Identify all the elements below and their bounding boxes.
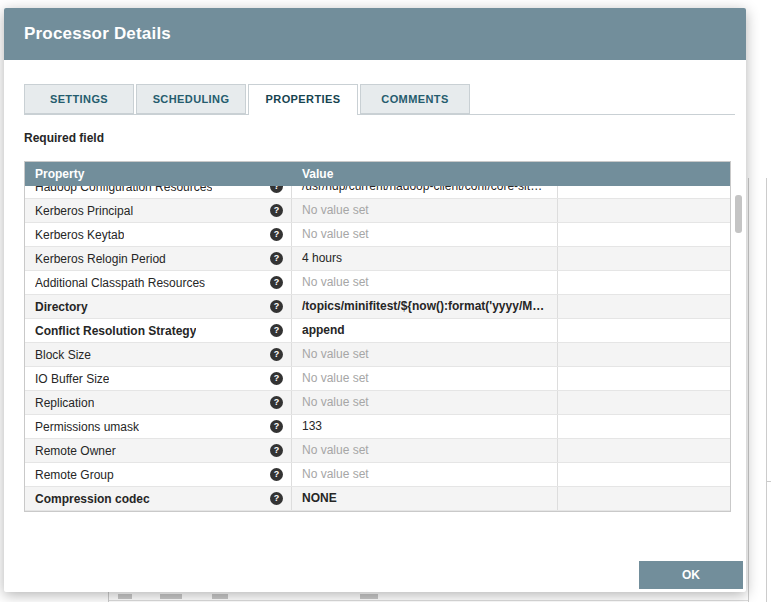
help-icon[interactable]: ? [270,444,283,457]
property-cell: Remote Owner? [25,439,292,462]
table-row: Remote Owner?No value set [25,439,730,463]
property-value: No value set [292,463,558,486]
property-value: No value set [292,367,558,390]
property-value: /topics/minifitest/${now():format('yyyy/… [292,295,558,318]
ok-button[interactable]: OK [639,561,743,589]
background-text-fragment [360,594,378,599]
help-icon[interactable]: ? [270,468,283,481]
background-tick [766,481,771,482]
empty-cell [558,186,730,198]
empty-cell [558,391,730,414]
property-cell: Hadoop Configuration Resources? [25,186,292,198]
table-row: Kerberos Relogin Period?4 hours [25,247,730,271]
empty-cell [558,223,730,246]
property-cell: Directory? [25,295,292,318]
table-row: Additional Classpath Resources?No value … [25,271,730,295]
help-icon[interactable]: ? [270,348,283,361]
background-text-fragment [118,594,132,599]
column-header-value: Value [292,167,333,181]
empty-cell [558,439,730,462]
property-name: Directory [35,300,88,314]
table-header: Property Value [25,162,730,186]
tab-bar: SETTINGSSCHEDULINGPROPERTIESCOMMENTS [24,84,735,115]
help-icon[interactable]: ? [270,252,283,265]
table-row: IO Buffer Size?No value set [25,367,730,391]
tab-comments[interactable]: COMMENTS [360,84,470,114]
table-row: Block Size?No value set [25,343,730,367]
empty-cell [558,295,730,318]
empty-cell [558,247,730,270]
table-row: Remote Group?No value set [25,463,730,487]
property-name: Additional Classpath Resources [35,276,205,290]
help-icon[interactable]: ? [270,204,283,217]
property-value: No value set [292,343,558,366]
help-icon[interactable]: ? [270,492,283,505]
table-row: Compression codec?NONE [25,487,730,511]
property-cell: Conflict Resolution Strategy? [25,319,292,342]
help-icon[interactable]: ? [270,300,283,313]
help-icon[interactable]: ? [270,324,283,337]
property-value: NONE [292,487,558,510]
column-header-property: Property [25,167,292,181]
table-scrollbar-thumb[interactable] [735,195,742,233]
property-value: No value set [292,199,558,222]
table-row: Kerberos Principal?No value set [25,199,730,223]
table-row: Directory?/topics/minifitest/${now():for… [25,295,730,319]
empty-cell [558,367,730,390]
dialog-header: Processor Details [4,8,746,60]
help-icon[interactable]: ? [270,228,283,241]
empty-cell [558,343,730,366]
property-name: Kerberos Relogin Period [35,252,166,266]
property-cell: Kerberos Relogin Period? [25,247,292,270]
dialog-body: SETTINGSSCHEDULINGPROPERTIESCOMMENTS Req… [4,84,746,512]
property-cell: IO Buffer Size? [25,367,292,390]
property-name: Block Size [35,348,91,362]
property-name: Kerberos Keytab [35,228,124,242]
property-value: No value set [292,223,558,246]
property-name: Compression codec [35,492,150,506]
property-value: 4 hours [292,247,558,270]
property-value: 133 [292,415,558,438]
property-value: append [292,319,558,342]
table-row: Kerberos Keytab?No value set [25,223,730,247]
background-text-fragment [212,594,228,599]
processor-details-dialog: Processor Details SETTINGSSCHEDULINGPROP… [4,8,746,592]
table-row: Conflict Resolution Strategy?append [25,319,730,343]
property-cell: Remote Group? [25,463,292,486]
background-scrollbar-line [766,178,767,602]
property-cell: Kerberos Keytab? [25,223,292,246]
property-cell: Kerberos Principal? [25,199,292,222]
table-row: Permissions umask?133 [25,415,730,439]
property-name: Conflict Resolution Strategy [35,324,196,338]
properties-table: Property Value Hadoop Configuration Reso… [24,161,731,512]
empty-cell [558,199,730,222]
table-body: Hadoop Configuration Resources?/usr/hdp/… [25,186,730,511]
table-body-inner: Hadoop Configuration Resources?/usr/hdp/… [25,186,730,511]
property-name: Kerberos Principal [35,204,133,218]
property-name: Replication [35,396,94,410]
tab-settings[interactable]: SETTINGS [24,84,134,114]
property-name: Hadoop Configuration Resources [35,186,212,194]
tab-properties[interactable]: PROPERTIES [248,84,358,115]
empty-cell [558,319,730,342]
empty-cell [558,463,730,486]
empty-cell [558,271,730,294]
property-name: Permissions umask [35,420,139,434]
page-background: Processor Details SETTINGSSCHEDULINGPROP… [0,0,771,602]
help-icon[interactable]: ? [270,396,283,409]
help-icon[interactable]: ? [270,372,283,385]
property-value: /usr/hdp/current/hadoop-client/conf/core… [292,186,558,198]
help-icon[interactable]: ? [270,186,283,193]
tab-scheduling[interactable]: SCHEDULING [136,84,246,114]
required-field-label: Required field [24,131,731,145]
help-icon[interactable]: ? [270,420,283,433]
dialog-title: Processor Details [24,24,171,44]
help-icon[interactable]: ? [270,276,283,289]
background-scrollbar-line [748,178,749,602]
property-value: No value set [292,439,558,462]
empty-cell [558,415,730,438]
table-row: Hadoop Configuration Resources?/usr/hdp/… [25,186,730,199]
property-name: Remote Owner [35,444,116,458]
background-table-border [108,600,748,601]
property-cell: Permissions umask? [25,415,292,438]
